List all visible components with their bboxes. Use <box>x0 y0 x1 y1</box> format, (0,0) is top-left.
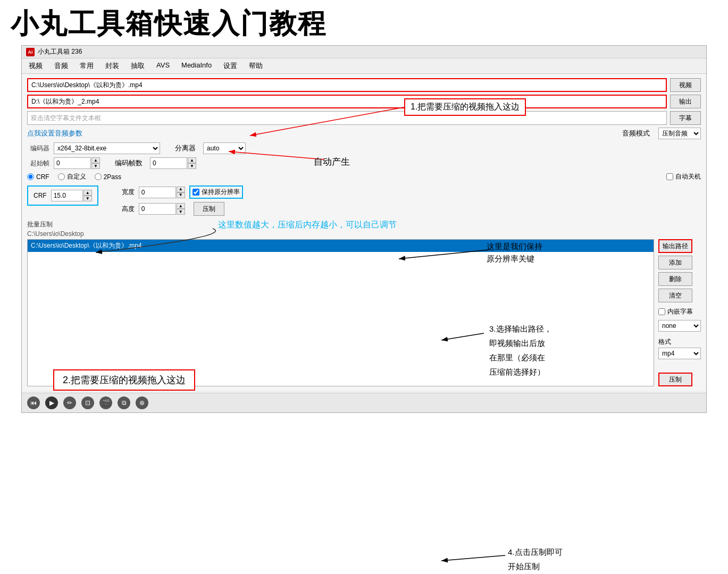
custom-radio[interactable]: 自定义 <box>58 172 86 181</box>
subtitle-button[interactable]: 字幕 <box>670 111 701 125</box>
width-row: 宽度 ▲ ▼ 保持原分辨率 <box>120 185 243 199</box>
menu-item-视频[interactable]: 视频 <box>27 61 44 71</box>
crf-radio-input[interactable] <box>27 173 34 180</box>
twopass-radio-input[interactable] <box>95 173 102 180</box>
grid-icon[interactable]: ⧉ <box>118 396 130 409</box>
batch-list-item[interactable]: C:\Users\io\Desktop\《以和为贵》.mp4 <box>28 240 654 252</box>
auto-shutdown-label: 自动关机 <box>675 172 701 181</box>
crf-input[interactable] <box>51 190 83 201</box>
batch-compress-button[interactable]: 压制 <box>658 373 692 386</box>
format-label: 格式 <box>658 337 701 347</box>
output-input[interactable] <box>27 95 667 108</box>
embed-sub-checkbox[interactable] <box>658 308 665 315</box>
annotation-7: 4.点击压制即可开始压制 <box>508 545 563 573</box>
crf-up[interactable]: ▲ <box>83 190 92 196</box>
app-titlebar: Ai 小丸工具箱 236 <box>22 46 706 58</box>
crf-down[interactable]: ▼ <box>83 196 92 201</box>
menu-item-音频[interactable]: 音频 <box>53 61 70 71</box>
video-icon[interactable]: 🎬 <box>99 396 112 409</box>
height-spinbtns: ▲ ▼ <box>177 203 185 215</box>
twopass-radio[interactable]: 2Pass <box>95 173 121 181</box>
add-button[interactable]: 添加 <box>658 256 692 269</box>
video-button[interactable]: 视频 <box>670 78 701 92</box>
sub-select[interactable]: none <box>658 320 701 332</box>
width-input[interactable] <box>139 187 176 198</box>
format-select[interactable]: mp4 <box>658 348 701 359</box>
width-spin: ▲ ▼ <box>139 187 185 198</box>
dimension-section: 宽度 ▲ ▼ 保持原分辨率 <box>120 185 243 216</box>
auto-shutdown-row: 自动关机 <box>666 172 701 181</box>
separator-label: 分离器 <box>175 144 196 153</box>
height-input[interactable] <box>139 203 176 215</box>
start-frame-label: 起始帧 <box>27 159 49 168</box>
crf-spin: ▲ ▼ <box>51 190 92 201</box>
crf-section: CRF ▲ ▼ 宽度 <box>27 185 701 216</box>
encode-frames-up[interactable]: ▲ <box>188 157 196 163</box>
start-frame-input[interactable] <box>54 157 91 169</box>
menu-item-设置[interactable]: 设置 <box>222 61 239 71</box>
width-label: 宽度 <box>120 188 135 197</box>
width-down[interactable]: ▼ <box>177 192 185 198</box>
height-label: 高度 <box>120 205 135 214</box>
custom-radio-label: 自定义 <box>67 172 86 181</box>
height-up[interactable]: ▲ <box>177 203 185 209</box>
compress-single-button[interactable]: 压制 <box>194 202 224 216</box>
menu-item-AVS[interactable]: AVS <box>155 61 171 71</box>
keep-ratio-checkbox[interactable] <box>193 189 199 196</box>
subtitle-hint: 双击清空字幕文件文本框 <box>27 111 667 125</box>
edit-icon[interactable]: ✏ <box>63 396 76 409</box>
menu-item-MediaInfo[interactable]: MediaInfo <box>180 61 213 71</box>
app-window: Ai 小丸工具箱 236 视频音频常用封装抽取AVSMediaInfo设置帮助 … <box>21 45 707 413</box>
batch-title: 批量压制 <box>27 220 701 229</box>
encode-frames-input[interactable] <box>150 157 187 169</box>
clear-button[interactable]: 清空 <box>658 289 692 302</box>
height-row: 高度 ▲ ▼ 压制 <box>120 202 243 216</box>
menu-item-抽取[interactable]: 抽取 <box>129 61 146 71</box>
menu-item-常用[interactable]: 常用 <box>78 61 95 71</box>
batch-buttons: 输出路径 添加 删除 清空 内嵌字幕 none <box>658 239 701 386</box>
crf-box: CRF ▲ ▼ <box>27 185 98 206</box>
settings-section: 点我设置音频参数 音频模式 压制音频 编码器 x264_32-8bit.exe … <box>27 128 701 386</box>
subtitle-row: 双击清空字幕文件文本框 字幕 <box>27 111 701 125</box>
menu-item-帮助[interactable]: 帮助 <box>247 61 264 71</box>
video-input[interactable] <box>27 78 667 92</box>
start-frame-up[interactable]: ▲ <box>91 157 100 163</box>
crop-icon[interactable]: ⊡ <box>81 396 94 409</box>
audio-settings-link[interactable]: 点我设置音频参数 <box>27 129 82 138</box>
batch-list-area[interactable]: C:\Users\io\Desktop\《以和为贵》.mp4 <box>27 239 654 386</box>
app-body: 视频 输出 双击清空字幕文件文本框 字幕 点我设置音频参数 音频模式 压制音频 <box>22 74 706 391</box>
start-frame-spinbtns: ▲ ▼ <box>91 157 100 169</box>
menu-item-封装[interactable]: 封装 <box>104 61 121 71</box>
embed-sub-row: 内嵌字幕 <box>658 307 701 316</box>
keep-ratio-label: 保持原分辨率 <box>202 188 240 197</box>
prev-icon[interactable]: ⏮ <box>27 396 40 409</box>
delete-button[interactable]: 删除 <box>658 272 692 286</box>
encoder-select[interactable]: x264_32-8bit.exe <box>54 142 160 154</box>
separator-select[interactable]: auto <box>203 142 246 154</box>
page-title: 小丸工具箱快速入门教程 <box>0 0 728 45</box>
svg-line-6 <box>441 555 505 561</box>
width-up[interactable]: ▲ <box>177 187 185 192</box>
mode-radio-row: CRF 自定义 2Pass 自动关机 <box>27 172 701 181</box>
add-icon[interactable]: ⊕ <box>136 396 148 409</box>
audio-settings-row: 点我设置音频参数 音频模式 压制音频 <box>27 128 701 139</box>
height-down[interactable]: ▼ <box>177 209 185 215</box>
format-section: 格式 mp4 <box>658 337 701 359</box>
output-path-button[interactable]: 输出路径 <box>658 239 692 253</box>
menu-bar: 视频音频常用封装抽取AVSMediaInfo设置帮助 <box>22 58 706 74</box>
crf-spinbtns: ▲ ▼ <box>83 190 92 201</box>
audio-mode-label: 音频模式 <box>622 129 650 138</box>
video-input-row: 视频 <box>27 78 701 92</box>
output-button[interactable]: 输出 <box>670 95 701 108</box>
start-frame-down[interactable]: ▼ <box>91 163 100 169</box>
width-spinbtns: ▲ ▼ <box>177 187 185 198</box>
custom-radio-input[interactable] <box>58 173 65 180</box>
audio-mode-select[interactable]: 压制音频 <box>658 128 701 139</box>
crf-radio[interactable]: CRF <box>27 173 49 181</box>
auto-shutdown-checkbox[interactable] <box>666 173 673 180</box>
crf-radio-label: CRF <box>36 173 49 181</box>
play-icon[interactable]: ▶ <box>45 396 58 409</box>
encode-frames-down[interactable]: ▼ <box>188 163 196 169</box>
batch-section: 批量压制 C:\Users\io\Desktop C:\Users\io\Des… <box>27 220 701 386</box>
keep-ratio-group: 保持原分辨率 <box>189 185 243 199</box>
